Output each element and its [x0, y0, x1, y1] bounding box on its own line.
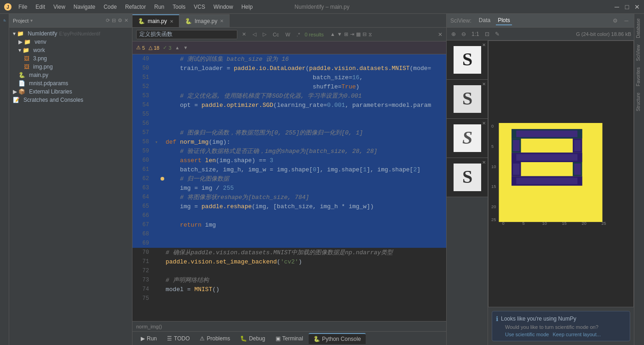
project-icon[interactable]: P — [0, 16, 9, 25]
sciview-tab-plots[interactable]: Plots — [496, 16, 512, 25]
match-word-btn[interactable]: W — [283, 31, 292, 38]
tree-mainpy[interactable]: 🐍 main.py — [9, 71, 132, 79]
search-input[interactable] — [136, 30, 237, 39]
thumbnail-3[interactable]: S ✕ — [447, 119, 488, 158]
zoom-fit-icon[interactable]: ⊡ — [483, 30, 491, 38]
collapse-icon[interactable]: ⊟ — [112, 18, 116, 23]
search-filter-icon[interactable]: ▦ — [356, 31, 361, 37]
menu-help[interactable]: Help — [238, 3, 257, 11]
keep-layout-link[interactable]: Keep current layout... — [552, 332, 601, 337]
regex-btn[interactable]: .* — [295, 31, 302, 38]
thumbnail-1[interactable]: S ✕ — [447, 41, 488, 80]
warning-badge[interactable]: ⚠ 5 — [136, 45, 145, 51]
tree-external-libs[interactable]: ▶ 📦 External Libraries — [9, 88, 132, 96]
numpy-notif-body: Would you like to turn scientific mode o… — [496, 324, 626, 330]
menu-refactor[interactable]: Refactor — [121, 3, 150, 11]
python-console-label: Python Console — [322, 336, 361, 342]
menu-edit[interactable]: Edit — [32, 3, 49, 11]
search-close-btn[interactable]: ✕ — [438, 31, 443, 38]
menu-code[interactable]: Code — [100, 3, 121, 11]
svg-text:0: 0 — [491, 124, 494, 129]
project-dropdown-icon[interactable]: ▾ — [30, 18, 33, 23]
tree-work[interactable]: ▾ 📁 work — [9, 46, 132, 54]
thumbnail-4[interactable]: S ✕ — [447, 158, 488, 197]
thumb3-close-icon[interactable]: ✕ — [482, 121, 486, 126]
plot-svg: 0 5 10 15 20 25 0 5 10 15 20 25 — [490, 43, 632, 305]
svg-rect-33 — [516, 130, 577, 137]
maximize-button[interactable]: □ — [624, 4, 630, 10]
search-replace-icon[interactable]: ⇥ — [350, 31, 354, 37]
minimize-button[interactable]: ─ — [614, 4, 620, 10]
sciview-icon-btn[interactable]: SciView — [635, 42, 644, 64]
close-button[interactable]: ✕ — [634, 4, 640, 10]
tab-debug[interactable]: 🐛 Debug — [236, 333, 270, 344]
thumb1-close-icon[interactable]: ✕ — [482, 42, 486, 47]
menu-run[interactable]: Run — [150, 3, 168, 11]
menu-view[interactable]: View — [50, 3, 69, 11]
search-forward-icon[interactable]: ▷ — [261, 30, 268, 38]
warning-icon: ⚠ — [136, 45, 141, 51]
tab-terminal[interactable]: ▣ Terminal — [271, 333, 308, 344]
tab-run[interactable]: ▶ Run — [136, 333, 161, 344]
tree-scratches[interactable]: 📝 Scratches and Consoles — [9, 96, 132, 104]
svg-text:S: S — [462, 166, 472, 187]
svg-text:S: S — [462, 88, 472, 109]
code-line-64: 64 # 将图像形状reshape为[batch_size, 784] — [132, 193, 446, 202]
ok-icon: ✓ — [163, 45, 167, 51]
next-result-icon[interactable]: ▼ — [337, 31, 342, 37]
tab-python-console[interactable]: 🐍 Python Console — [309, 333, 366, 344]
info-badge[interactable]: △ 18 — [149, 45, 159, 51]
tree-venv[interactable]: ▶ 📁 venv — [9, 38, 132, 46]
code-line-66: 66 — [132, 211, 446, 220]
tab-image-py[interactable]: 🐍 Image.py ✕ — [179, 14, 230, 27]
edit-icon[interactable]: ✎ — [493, 30, 501, 38]
menu-file[interactable]: File — [15, 3, 31, 11]
sciview-tab-data[interactable]: Data — [477, 16, 492, 25]
structure-icon-btn[interactable]: Structure — [635, 90, 644, 114]
tab-main-py-icon: 🐍 — [138, 18, 145, 24]
search-settings-icon[interactable]: ⊟ — [362, 31, 367, 37]
search-options-icon[interactable]: ⊞ — [344, 31, 348, 37]
tab-main-py-close[interactable]: ✕ — [170, 19, 173, 24]
tree-3png[interactable]: 🖼 3.png — [9, 54, 132, 63]
database-icon-btn[interactable]: Database — [635, 16, 644, 41]
titlebar: J File Edit View Navigate Code Refactor … — [0, 0, 644, 14]
color-info: G (24-bit color) 18.86 kB — [576, 31, 631, 37]
close-panel-icon[interactable]: ✕ — [124, 18, 128, 23]
search-extra-icon[interactable]: ⧖ — [368, 31, 372, 37]
menu-tools[interactable]: Tools — [169, 3, 189, 11]
sciview-close-icon[interactable]: ─ — [622, 17, 630, 25]
expand-notif-icon[interactable]: ▲ — [175, 45, 180, 50]
tree-mnist[interactable]: 📄 mnist.pdparams — [9, 79, 132, 88]
thumb2-close-icon[interactable]: ✕ — [482, 82, 486, 87]
menu-window[interactable]: Window — [210, 3, 237, 11]
thumbnail-2[interactable]: S ✕ — [447, 80, 488, 119]
menu-vcs[interactable]: VCS — [190, 3, 209, 11]
tab-problems[interactable]: ⚠ Problems — [195, 333, 235, 344]
zoom-fit-btn[interactable]: 1:1 — [470, 30, 481, 38]
tab-todo[interactable]: ☰ TODO — [162, 333, 194, 344]
menu-navigate[interactable]: Navigate — [70, 3, 99, 11]
code-editor[interactable]: 49 # 测试的训练集 batch_size 设为 16 50 train_lo… — [132, 54, 446, 321]
tree-root[interactable]: ▾ 📁 NumIdentify E:\pyPro\NumIdentif — [9, 29, 132, 38]
search-back-icon[interactable]: ◁ — [251, 30, 258, 38]
numpy-notif-title: ℹ Looks like you're using NumPy — [496, 315, 626, 322]
main-layout: P Project ▾ ⟳ ⊟ ⚙ ✕ ▾ 📁 NumIdentify E:\p… — [0, 14, 644, 345]
thumb4-close-icon[interactable]: ✕ — [482, 160, 486, 165]
tree-imgpng[interactable]: 🖼 img.png — [9, 63, 132, 71]
sync-icon[interactable]: ⟳ — [106, 18, 110, 23]
prev-result-icon[interactable]: ▲ — [330, 31, 335, 37]
tab-image-py-close[interactable]: ✕ — [220, 18, 224, 23]
tab-main-py[interactable]: 🐍 main.py ✕ — [132, 14, 179, 27]
match-case-btn[interactable]: Cc — [271, 31, 281, 38]
collapse-notif-icon[interactable]: ▼ — [183, 45, 188, 50]
favorites-icon-btn[interactable]: Favorites — [635, 64, 644, 89]
settings-icon[interactable]: ⚙ — [118, 18, 122, 23]
zoom-out-icon[interactable]: ⊖ — [460, 30, 468, 38]
sciview-settings-icon[interactable]: ⚙ — [611, 17, 620, 25]
search-close-icon[interactable]: ✕ — [240, 30, 248, 38]
zoom-in-icon[interactable]: ⊕ — [449, 30, 458, 38]
use-scientific-mode-link[interactable]: Use scientific mode — [505, 332, 549, 337]
project-header: Project ▾ ⟳ ⊟ ⚙ ✕ — [9, 14, 132, 28]
ok-badge[interactable]: ✓ 3 — [163, 45, 171, 51]
